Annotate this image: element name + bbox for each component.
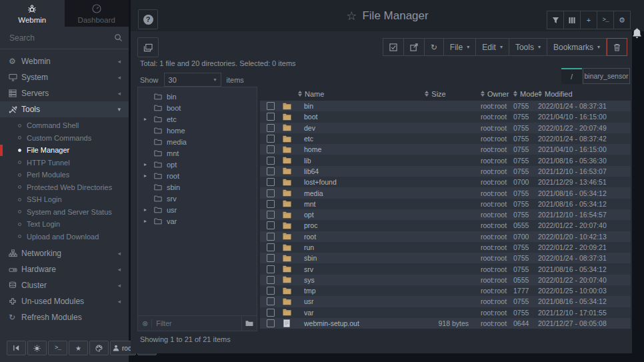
table-row[interactable]: media root:root 0755 2021/08/16 - 05:34:… <box>260 187 631 198</box>
chevron-right-icon[interactable]: ▸ <box>144 116 151 122</box>
terminal-button[interactable]: >_ <box>48 341 67 355</box>
table-row[interactable]: lost+found root:root 0700 2021/12/29 - 1… <box>260 177 631 187</box>
row-checkbox[interactable] <box>267 319 275 327</box>
settings-button[interactable]: ⚙ <box>614 11 631 29</box>
column-header-name[interactable]: Name <box>305 90 324 98</box>
sidebar-subitem[interactable]: Protected Web Directories <box>0 181 129 194</box>
column-header-mode[interactable]: Mode <box>520 90 539 98</box>
sort-size-button[interactable] <box>425 91 429 97</box>
row-checkbox[interactable] <box>267 124 275 132</box>
tree-item[interactable]: ▸ root <box>138 170 257 181</box>
table-row[interactable]: opt root:root 0755 2021/12/10 - 16:54:57 <box>260 209 631 220</box>
notification-bell-icon[interactable] <box>631 27 643 39</box>
tree-item[interactable]: ▸ boot <box>138 102 257 113</box>
column-header-modified[interactable]: Modified <box>545 90 573 98</box>
edit-menu-button[interactable]: Edit ▾ <box>476 38 509 56</box>
table-row[interactable]: bin root:root 0755 2022/01/24 - 08:37:31 <box>260 101 631 111</box>
chevron-right-icon[interactable]: ▸ <box>144 218 151 224</box>
sort-mode-button[interactable] <box>513 91 517 97</box>
sidebar-item-tools[interactable]: Tools ▾ <box>0 101 129 117</box>
tree-item[interactable]: ▸ bin <box>138 91 257 102</box>
tree-filter-input[interactable] <box>151 319 241 328</box>
table-row[interactable]: lib root:root 0755 2021/08/16 - 05:36:30 <box>260 155 631 165</box>
page-size-select[interactable]: 30 ▾ <box>164 73 221 87</box>
tree-folder-button[interactable] <box>241 316 257 331</box>
row-checkbox[interactable] <box>267 178 275 186</box>
clone-window-button[interactable] <box>137 37 159 57</box>
path-root-button[interactable]: / <box>561 68 582 84</box>
sidebar-item-unused-modules[interactable]: Un-used Modules ◂ <box>0 293 129 309</box>
search-input[interactable] <box>8 33 114 43</box>
sort-modified-button[interactable] <box>538 91 542 97</box>
sidebar-subitem[interactable]: Upload and Download <box>0 231 129 243</box>
submit-button[interactable] <box>404 38 425 56</box>
table-row[interactable]: tmp root:root 1777 2022/01/25 - 10:00:03 <box>260 285 631 296</box>
tree-item[interactable]: ▸ opt <box>138 159 257 170</box>
column-header-size[interactable]: Size <box>431 90 445 98</box>
file-menu-button[interactable]: File ▾ <box>444 38 476 56</box>
trash-button[interactable] <box>607 38 627 56</box>
row-checkbox[interactable] <box>267 287 275 295</box>
sidebar-subitem[interactable]: Custom Commands <box>0 132 129 145</box>
sort-owner-button[interactable] <box>481 91 485 97</box>
sidebar-item-networking[interactable]: Networking ◂ <box>0 245 129 261</box>
sidebar-subitem[interactable]: Command Shell <box>0 119 129 132</box>
tab-webmin[interactable]: Webmin <box>0 0 65 27</box>
tree-item[interactable]: ▸ mnt <box>138 147 257 159</box>
theme-light-button[interactable] <box>27 341 47 355</box>
columns-button[interactable] <box>564 11 581 29</box>
row-checkbox[interactable] <box>267 113 275 121</box>
row-checkbox[interactable] <box>267 189 275 197</box>
row-checkbox[interactable] <box>267 200 275 208</box>
table-row[interactable]: run root:root 0755 2022/01/22 - 20:09:21 <box>260 242 631 253</box>
path-current-box[interactable]: binary_sensor <box>583 68 630 84</box>
tree-item[interactable]: ▸ etc <box>138 113 257 125</box>
row-checkbox[interactable] <box>267 309 275 317</box>
row-checkbox[interactable] <box>267 167 275 175</box>
tree-item[interactable]: ▸ sbin <box>138 181 257 193</box>
row-checkbox[interactable] <box>267 265 275 273</box>
select-all-button[interactable] <box>383 38 404 56</box>
row-checkbox[interactable] <box>267 102 275 110</box>
sidebar-item-hardware[interactable]: Hardware ◂ <box>0 261 129 277</box>
row-checkbox[interactable] <box>267 276 275 284</box>
table-row[interactable]: etc root:root 0755 2022/01/24 - 08:37:42 <box>260 133 631 144</box>
table-row[interactable]: dev root:root 0755 2022/01/22 - 20:07:49 <box>260 123 631 133</box>
theme-palette-button[interactable] <box>89 341 109 355</box>
table-row[interactable]: boot root:root 0755 2021/04/10 - 16:15:0… <box>260 111 631 122</box>
sidebar-subitem[interactable]: Perl Modules <box>0 169 129 181</box>
sidebar-subitem[interactable]: Text Login <box>0 218 129 231</box>
filter-button[interactable] <box>547 11 564 29</box>
sort-name-button[interactable] <box>298 91 302 97</box>
table-row[interactable]: webmin-setup.out 918 bytes root:root 064… <box>260 318 631 329</box>
sidebar-subitem[interactable]: SSH Login <box>0 193 129 206</box>
sidebar-item-system[interactable]: System ◂ <box>0 69 129 85</box>
collapse-sidebar-button[interactable] <box>7 341 26 355</box>
table-row[interactable]: lib64 root:root 0755 2021/12/10 - 16:53:… <box>260 166 631 177</box>
sidebar-item-refresh-modules[interactable]: ↻ Refresh Modules <box>0 309 129 325</box>
tree-item[interactable]: ▸ media <box>138 136 257 147</box>
row-checkbox[interactable] <box>267 254 275 262</box>
favorites-button[interactable]: ★ <box>69 341 88 355</box>
sidebar-subitem[interactable]: File Manager <box>0 144 129 157</box>
favorite-star-icon[interactable]: ☆ <box>346 9 357 23</box>
tree-item[interactable]: ▸ srv <box>138 193 257 204</box>
row-checkbox[interactable] <box>267 233 275 241</box>
terminal-header-button[interactable]: >_ <box>597 11 614 29</box>
table-row[interactable]: var root:root 0755 2021/12/10 - 17:01:55 <box>260 307 631 318</box>
tree-item[interactable]: ▸ var <box>138 215 257 227</box>
tree-item[interactable]: ▸ usr <box>138 204 257 215</box>
bookmarks-menu-button[interactable]: Bookmarks ▾ <box>547 38 607 56</box>
row-checkbox[interactable] <box>267 157 275 165</box>
sidebar-subitem[interactable]: System and Server Status <box>0 206 129 219</box>
add-tab-button[interactable]: + <box>581 11 597 29</box>
tree-item[interactable]: ▸ home <box>138 125 257 136</box>
tab-dashboard[interactable]: Dashboard <box>65 0 129 27</box>
sidebar-item-servers[interactable]: Servers ◂ <box>0 85 129 101</box>
table-row[interactable]: home root:root 0755 2021/04/10 - 16:15:0… <box>260 144 631 155</box>
row-checkbox[interactable] <box>267 211 275 219</box>
chevron-right-icon[interactable]: ▸ <box>144 207 151 213</box>
table-row[interactable]: proc root:root 0555 2022/01/22 - 20:07:4… <box>260 220 631 231</box>
sidebar-subitem[interactable]: HTTP Tunnel <box>0 157 129 169</box>
table-row[interactable]: sbin root:root 0755 2022/01/24 - 08:37:3… <box>260 253 631 263</box>
